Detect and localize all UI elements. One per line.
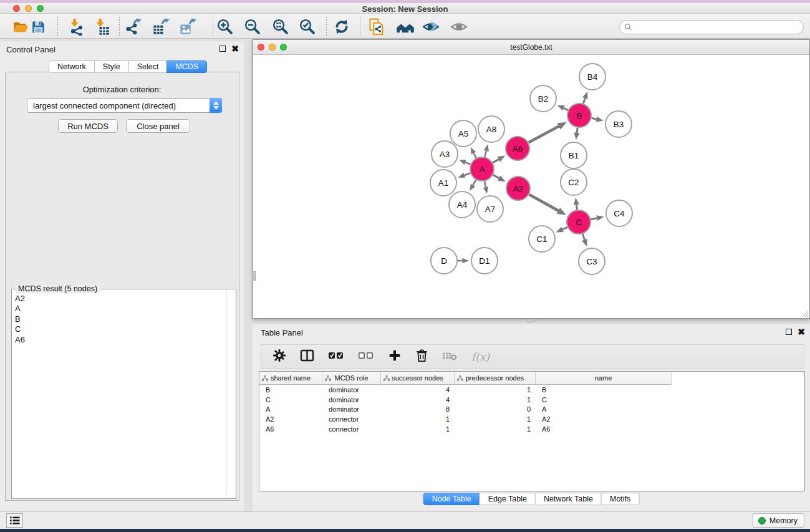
- tab-mcds[interactable]: MCDS: [166, 60, 207, 73]
- graph-edge-B-B4[interactable]: [583, 98, 585, 104]
- run-mcds-button[interactable]: Run MCDS: [58, 119, 118, 133]
- graph-edge-A6-B[interactable]: [529, 127, 559, 143]
- graph-node-A[interactable]: A: [470, 157, 494, 181]
- import-network-icon[interactable]: [67, 17, 85, 36]
- graph-node-B1[interactable]: B1: [561, 142, 587, 168]
- split-view-icon[interactable]: [300, 349, 314, 365]
- graph-node-A7[interactable]: A7: [477, 196, 503, 222]
- graph-node-C2[interactable]: C2: [561, 169, 587, 195]
- save-session-icon[interactable]: [29, 17, 47, 36]
- graph-node-B2[interactable]: B2: [530, 85, 556, 112]
- graph-node-B4[interactable]: B4: [579, 64, 605, 90]
- add-column-icon[interactable]: [388, 349, 402, 365]
- graph-edge-A-A5[interactable]: [474, 153, 476, 158]
- graph-node-A8[interactable]: A8: [478, 116, 504, 142]
- table-row[interactable]: Cdominator41C: [259, 395, 672, 405]
- column-header-successor-nodes[interactable]: successor nodes: [381, 372, 455, 385]
- graph-edge-C-C1[interactable]: [562, 227, 567, 230]
- tab-network[interactable]: Network: [49, 60, 95, 73]
- graph-edge-A-A3[interactable]: [465, 162, 470, 164]
- show-all-networks-icon[interactable]: [396, 17, 415, 36]
- export-table-icon[interactable]: [152, 17, 170, 36]
- graph-node-A6[interactable]: A6: [506, 137, 529, 160]
- close-table-panel-icon[interactable]: ✖: [798, 329, 805, 335]
- graph-edge-A-A8[interactable]: [485, 151, 486, 157]
- graph-node-C4[interactable]: C4: [606, 200, 632, 226]
- tab-edge-table[interactable]: Edge Table: [480, 493, 536, 505]
- result-item[interactable]: A6: [15, 335, 225, 345]
- table-row[interactable]: Adominator80A: [259, 405, 672, 415]
- table-row[interactable]: Bdominator41B: [259, 385, 672, 395]
- graph-node-B3[interactable]: B3: [605, 111, 632, 137]
- close-panel-icon[interactable]: ✖: [231, 46, 239, 52]
- open-file-icon[interactable]: [11, 17, 30, 36]
- network-canvas[interactable]: B4B2BB3A5A8A6B1A3AA1C2A2A4A7C4CC1C3DD1: [253, 56, 809, 318]
- graph-node-D[interactable]: D: [431, 248, 457, 274]
- column-header-predecessor-nodes[interactable]: predecessor nodes: [455, 372, 536, 385]
- resize-grip-icon[interactable]: [801, 310, 809, 317]
- graph-node-A1[interactable]: A1: [430, 170, 456, 196]
- network-window-titlebar[interactable]: testGlobe.txt: [253, 40, 809, 55]
- graph-node-C1[interactable]: C1: [529, 226, 555, 252]
- clone-network-icon[interactable]: [367, 17, 386, 36]
- graph-edge-A-A6[interactable]: [493, 159, 499, 163]
- graph-edge-C-C4[interactable]: [591, 218, 597, 220]
- graph-node-A4[interactable]: A4: [449, 191, 475, 218]
- graph-node-A3[interactable]: A3: [432, 141, 458, 167]
- result-item[interactable]: C: [15, 324, 225, 334]
- graph-edge-A-A2[interactable]: [493, 175, 499, 178]
- graph-node-B[interactable]: B: [567, 104, 591, 127]
- column-header-shared-name[interactable]: shared name: [259, 372, 322, 385]
- float-table-panel-icon[interactable]: [786, 329, 792, 335]
- zoom-selected-icon[interactable]: [298, 17, 317, 36]
- graph-edge-C-C3[interactable]: [582, 234, 584, 239]
- export-network-icon[interactable]: [124, 17, 143, 36]
- float-panel-icon[interactable]: [219, 46, 226, 52]
- memory-button[interactable]: Memory: [753, 513, 804, 528]
- tab-network-table[interactable]: Network Table: [535, 493, 602, 505]
- graph-node-A5[interactable]: A5: [450, 120, 476, 147]
- result-item[interactable]: A: [15, 304, 225, 314]
- result-item[interactable]: B: [15, 314, 225, 324]
- show-hide-style-icon[interactable]: [422, 17, 440, 36]
- column-header-MCDS-role[interactable]: MCDS role: [322, 372, 381, 385]
- export-image-icon[interactable]: [178, 17, 197, 36]
- search-input[interactable]: [632, 23, 803, 32]
- graph-edge-B-B3[interactable]: [592, 118, 597, 119]
- graph-edge-C-C2[interactable]: [577, 205, 577, 210]
- refresh-view-icon[interactable]: [332, 17, 351, 36]
- tab-motifs[interactable]: Motifs: [601, 493, 639, 505]
- table-settings-icon[interactable]: [272, 349, 286, 365]
- zoom-out-icon[interactable]: [243, 17, 262, 36]
- table-row[interactable]: A6connector11A6: [259, 425, 672, 435]
- unselect-all-icon[interactable]: [358, 349, 374, 364]
- column-header-name[interactable]: name: [536, 372, 672, 385]
- search-field[interactable]: [619, 20, 804, 34]
- graph-node-C3[interactable]: C3: [579, 248, 605, 274]
- tab-node-table[interactable]: Node Table: [423, 493, 480, 505]
- network-vertical-scrollbar[interactable]: [253, 271, 256, 281]
- zoom-in-icon[interactable]: [216, 17, 234, 36]
- graph-node-C[interactable]: C: [567, 210, 591, 234]
- show-hide-panel-icon[interactable]: [450, 17, 468, 36]
- graph-edge-B-B1[interactable]: [577, 128, 577, 133]
- select-all-icon[interactable]: [328, 349, 344, 364]
- optimization-criterion-dropdown[interactable]: largest connected component (directed): [27, 98, 222, 113]
- import-table-icon[interactable]: [92, 17, 111, 36]
- result-item[interactable]: A2: [15, 294, 225, 304]
- graph-node-D1[interactable]: D1: [471, 248, 498, 274]
- network-horizontal-scrollbar[interactable]: [528, 319, 535, 322]
- graph-edge-A-A4[interactable]: [473, 180, 476, 185]
- zoom-fit-icon[interactable]: [271, 17, 290, 36]
- graph-edge-A-A1[interactable]: [465, 173, 471, 175]
- graph-node-A2[interactable]: A2: [506, 177, 530, 200]
- task-history-button[interactable]: [6, 513, 23, 528]
- close-panel-button[interactable]: Close panel: [126, 119, 190, 133]
- result-list-scrollbar[interactable]: [226, 290, 235, 498]
- graph-edge-A2-C[interactable]: [529, 195, 558, 211]
- graph-edge-B-B2[interactable]: [564, 108, 568, 110]
- graph-edge-A-A7[interactable]: [485, 181, 486, 187]
- tab-style[interactable]: Style: [94, 60, 129, 73]
- table-row[interactable]: A2connector11A2: [259, 415, 672, 425]
- delete-columns-icon[interactable]: [415, 349, 428, 365]
